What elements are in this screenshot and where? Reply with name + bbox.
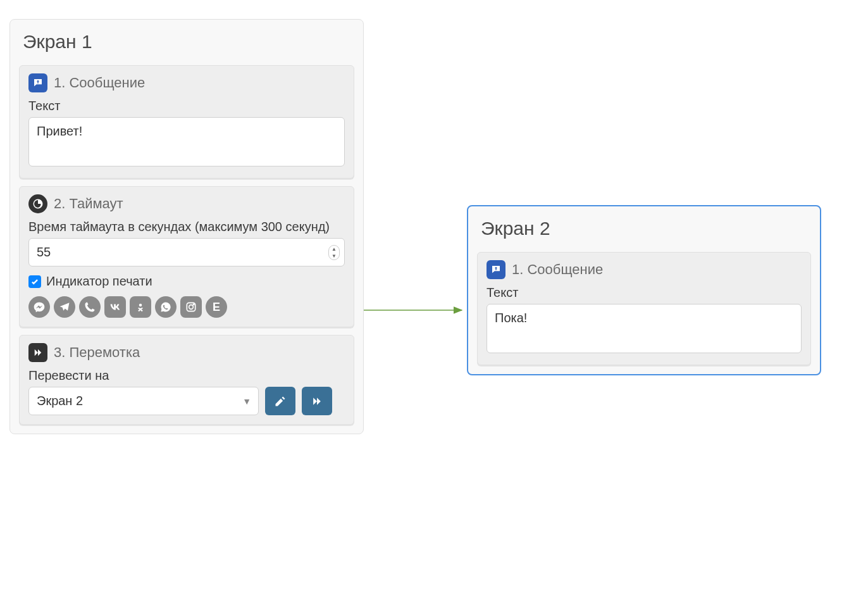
whatsapp-icon [155,296,177,318]
message-text-input[interactable] [487,304,802,353]
goto-button[interactable] [302,387,332,415]
block-message[interactable]: 1. Сообщение Текст [477,252,811,365]
block-title: 2. Таймаут [54,196,123,212]
typing-indicator-label: Индикатор печати [46,274,152,289]
vk-icon [104,296,126,318]
svg-point-0 [139,304,142,307]
instagram-icon [180,296,202,318]
edit-button[interactable] [265,387,295,415]
redirect-label: Перевести на [28,368,345,383]
block-header: 3. Перемотка [28,343,345,362]
telegram-icon [54,296,75,318]
block-header: 1. Сообщение [28,73,345,92]
timeout-label: Время таймаута в секундах (максимум 300 … [28,220,345,234]
screen-title: Экран 1 [19,28,354,56]
svg-point-3 [193,304,194,305]
typing-indicator-checkbox[interactable] [28,275,41,288]
fast-forward-icon [28,343,47,362]
screen-panel-2[interactable]: Экран 2 1. Сообщение Текст [467,205,821,375]
block-header: 1. Сообщение [487,260,802,279]
block-title: 3. Перемотка [54,344,140,361]
message-text-input[interactable] [28,117,345,166]
block-message[interactable]: 1. Сообщение Текст [19,65,354,179]
screen-panel-1[interactable]: Экран 1 1. Сообщение Текст 2. Таймаут Вр… [9,19,364,434]
text-label: Текст [28,99,345,113]
message-send-icon [28,73,47,92]
redirect-select[interactable] [28,387,259,415]
block-rewind[interactable]: 3. Перемотка Перевести на ▼ [19,335,354,425]
text-label: Текст [487,285,802,300]
ok-icon [130,296,151,318]
number-spinner[interactable]: ▲ ▼ [328,245,340,260]
messenger-icon [28,296,50,318]
message-send-icon [487,260,505,279]
spinner-down[interactable]: ▼ [329,253,339,260]
block-title: 1. Сообщение [512,261,603,278]
block-header: 2. Таймаут [28,194,345,213]
screen-title: Экран 2 [477,215,811,243]
timeout-input[interactable] [28,238,345,266]
svg-point-2 [189,305,194,310]
viber-icon [79,296,101,318]
clock-icon [28,194,47,213]
social-icons-row: E [28,296,345,318]
connection-arrow [364,304,467,316]
flow-canvas[interactable]: Экран 1 1. Сообщение Текст 2. Таймаут Вр… [0,0,868,614]
block-title: 1. Сообщение [54,75,145,91]
spinner-up[interactable]: ▲ [329,246,339,253]
e-chat-icon: E [206,296,227,318]
block-timeout[interactable]: 2. Таймаут Время таймаута в секундах (ма… [19,186,354,327]
